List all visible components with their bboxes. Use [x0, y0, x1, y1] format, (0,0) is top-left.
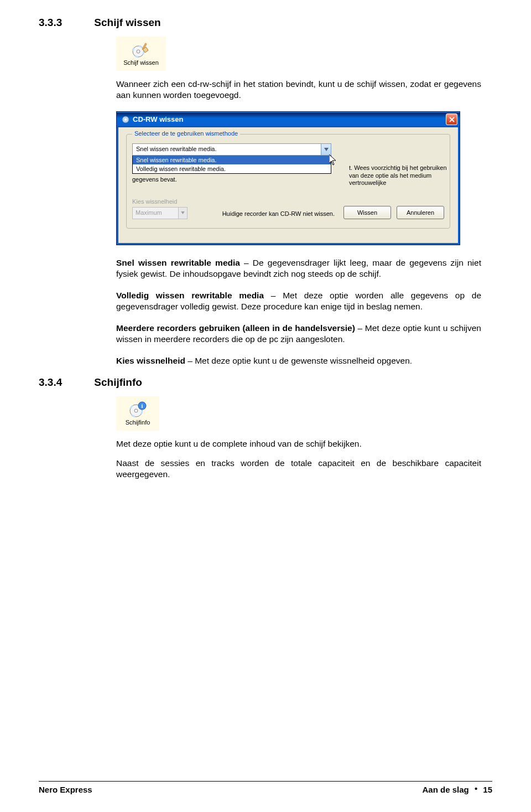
- combo-value: Snel wissen rewritable media.: [133, 144, 321, 155]
- groupbox-method: Selecteer de te gebruiken wismethode Sne…: [126, 134, 450, 229]
- heading-334: 3.3.4 Schijfinfo: [39, 376, 492, 389]
- combo-item[interactable]: Snel wissen rewritable media.: [133, 156, 331, 164]
- titlebar: CD-RW wissen: [117, 112, 460, 127]
- intro-333: Wanneer zich een cd-rw-schijf in het sta…: [116, 79, 481, 101]
- para-kies-text: – Met deze optie kunt u de gewenste wiss…: [185, 356, 412, 365]
- para-meerdere-label: Meerdere recorders gebruiken (alleen in …: [116, 323, 355, 333]
- svg-point-1: [137, 50, 140, 53]
- page-footer: Nero Express Aan de slag • 15: [39, 781, 492, 794]
- combo-item[interactable]: Volledig wissen rewritable media.: [133, 164, 331, 173]
- svg-point-5: [124, 118, 127, 121]
- footer-page: 15: [483, 785, 492, 794]
- svg-point-7: [134, 409, 138, 412]
- heading-number: 3.3.3: [39, 17, 91, 29]
- para-kies: Kies wissnelheid – Met deze optie kunt u…: [116, 355, 481, 366]
- cursor-icon: [329, 154, 337, 165]
- para-kies-label: Kies wissnelheid: [116, 356, 185, 365]
- icon-label: Schijfinfo: [126, 419, 150, 426]
- close-button[interactable]: [446, 113, 457, 125]
- dialog-cdrw-wissen: CD-RW wissen Selecteer de te gebruiken w…: [116, 111, 460, 245]
- chevron-down-icon: [178, 208, 187, 219]
- hint-text: t. Wees voorzichtig bij het gebruiken va…: [349, 164, 449, 187]
- para-volledig: Volledig wissen rewritable media – Met d…: [116, 290, 481, 313]
- footer-left: Nero Express: [39, 785, 92, 794]
- icon-label: Schijf wissen: [123, 59, 159, 66]
- method-combo[interactable]: Snel wissen rewritable media.: [132, 143, 331, 156]
- icon-schijfinfo: i Schijfinfo: [116, 396, 159, 431]
- dialog-title: CD-RW wissen: [133, 115, 184, 123]
- footer-right: Aan de slag • 15: [423, 785, 493, 794]
- speed-combo: Maximum: [132, 207, 188, 219]
- svg-text:i: i: [142, 403, 143, 409]
- close-icon: [449, 117, 455, 122]
- heading-title: Schijf wissen: [94, 17, 160, 28]
- kies-label: Kies wissnelheid: [132, 198, 188, 205]
- para-snel-label: Snel wissen rewritable media: [116, 258, 240, 267]
- footer-bullet: •: [475, 784, 477, 793]
- para-volledig-label: Volledig wissen rewritable media: [116, 291, 264, 300]
- para-snel: Snel wissen rewritable media – De gegeve…: [116, 257, 481, 280]
- disc-brush-icon: [132, 42, 150, 58]
- window-icon: [121, 115, 130, 124]
- footer-section: Aan de slag: [423, 785, 469, 794]
- para-meerdere: Meerdere recorders gebruiken (alleen in …: [116, 323, 481, 345]
- heading-title: Schijfinfo: [94, 376, 142, 388]
- combo-dropdown: Snel wissen rewritable media. Volledig w…: [132, 156, 331, 174]
- annuleren-button[interactable]: Annuleren: [397, 206, 444, 219]
- chevron-down-icon: [321, 144, 331, 155]
- heading-333: 3.3.3 Schijf wissen: [39, 17, 492, 29]
- speed-value: Maximum: [133, 208, 178, 219]
- groupbox-legend: Selecteer de te gebruiken wismethode: [132, 130, 240, 137]
- disc-info-icon: i: [129, 401, 147, 418]
- wissen-button[interactable]: Wissen: [343, 206, 391, 219]
- recorder-note: Huidige recorder kan CD-RW niet wissen.: [193, 210, 338, 219]
- heading-number: 3.3.4: [39, 376, 91, 389]
- naast-334: Naast de sessies en tracks worden de tot…: [116, 458, 481, 480]
- icon-wissen: Schijf wissen: [116, 37, 166, 71]
- intro-334: Met deze optie kunt u de complete inhoud…: [116, 438, 481, 449]
